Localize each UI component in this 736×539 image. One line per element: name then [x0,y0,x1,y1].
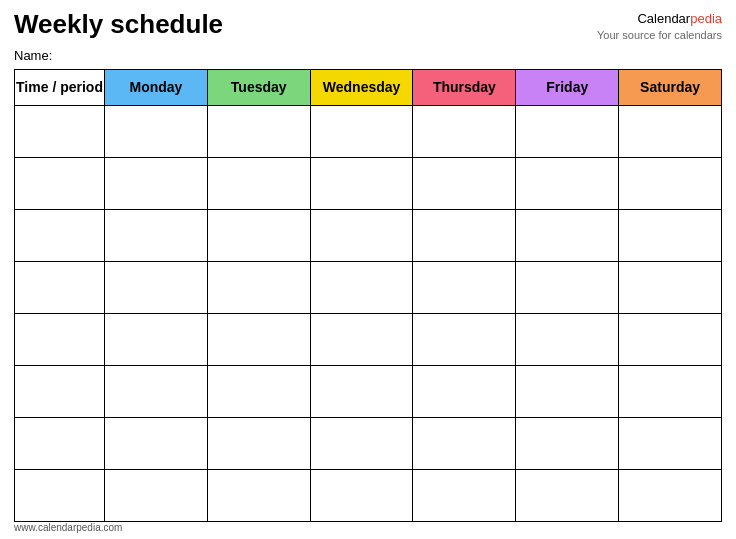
table-row [15,261,722,313]
col-header-saturday: Saturday [619,69,722,105]
brand-calendar: Calendar [637,11,690,26]
schedule-cell[interactable] [516,469,619,521]
schedule-cell[interactable] [207,417,310,469]
brand-block: Calendarpedia Your source for calendars [597,10,722,44]
time-cell[interactable] [15,157,105,209]
time-cell[interactable] [15,261,105,313]
schedule-cell[interactable] [413,105,516,157]
brand-pedia: pedia [690,11,722,26]
schedule-cell[interactable] [516,313,619,365]
schedule-cell[interactable] [310,365,413,417]
schedule-cell[interactable] [413,209,516,261]
schedule-cell[interactable] [207,313,310,365]
schedule-cell[interactable] [310,105,413,157]
schedule-cell[interactable] [310,261,413,313]
schedule-cell[interactable] [619,157,722,209]
brand-tagline: Your source for calendars [597,28,722,43]
name-label: Name: [14,48,52,63]
table-row [15,157,722,209]
header-row: Weekly schedule Calendarpedia Your sourc… [14,10,722,44]
time-cell[interactable] [15,469,105,521]
schedule-cell[interactable] [413,261,516,313]
col-header-time: Time / period [15,69,105,105]
schedule-cell[interactable] [619,261,722,313]
schedule-cell[interactable] [207,469,310,521]
schedule-cell[interactable] [619,313,722,365]
schedule-cell[interactable] [619,209,722,261]
page-title: Weekly schedule [14,10,223,39]
schedule-cell[interactable] [619,417,722,469]
brand-name: Calendarpedia [597,10,722,28]
table-row [15,313,722,365]
col-header-thursday: Thursday [413,69,516,105]
schedule-cell[interactable] [413,417,516,469]
schedule-cell[interactable] [310,313,413,365]
col-header-wednesday: Wednesday [310,69,413,105]
schedule-cell[interactable] [207,209,310,261]
name-row: Name: [14,48,722,63]
time-cell[interactable] [15,105,105,157]
schedule-cell[interactable] [105,365,208,417]
table-row [15,417,722,469]
header-row-table: Time / period Monday Tuesday Wednesday T… [15,69,722,105]
schedule-cell[interactable] [516,417,619,469]
schedule-table: Time / period Monday Tuesday Wednesday T… [14,69,722,522]
col-header-monday: Monday [105,69,208,105]
schedule-cell[interactable] [310,209,413,261]
schedule-cell[interactable] [207,105,310,157]
schedule-cell[interactable] [619,105,722,157]
schedule-cell[interactable] [310,157,413,209]
schedule-cell[interactable] [105,105,208,157]
table-row [15,365,722,417]
schedule-cell[interactable] [619,365,722,417]
schedule-cell[interactable] [105,469,208,521]
schedule-cell[interactable] [413,469,516,521]
footer: www.calendarpedia.com [14,522,122,533]
footer-url: www.calendarpedia.com [14,522,122,533]
schedule-cell[interactable] [516,209,619,261]
schedule-cell[interactable] [207,157,310,209]
schedule-cell[interactable] [105,157,208,209]
schedule-cell[interactable] [619,469,722,521]
schedule-cell[interactable] [310,417,413,469]
schedule-cell[interactable] [516,365,619,417]
time-cell[interactable] [15,313,105,365]
col-header-friday: Friday [516,69,619,105]
schedule-cell[interactable] [310,469,413,521]
col-header-tuesday: Tuesday [207,69,310,105]
time-cell[interactable] [15,417,105,469]
schedule-cell[interactable] [516,105,619,157]
table-row [15,469,722,521]
schedule-cell[interactable] [207,365,310,417]
schedule-cell[interactable] [105,417,208,469]
table-row [15,209,722,261]
schedule-cell[interactable] [105,261,208,313]
schedule-cell[interactable] [413,365,516,417]
schedule-body [15,105,722,521]
schedule-cell[interactable] [516,157,619,209]
time-cell[interactable] [15,365,105,417]
schedule-cell[interactable] [207,261,310,313]
schedule-cell[interactable] [413,313,516,365]
schedule-cell[interactable] [105,313,208,365]
weekly-schedule-page: Weekly schedule Calendarpedia Your sourc… [0,0,736,539]
table-row [15,105,722,157]
schedule-cell[interactable] [516,261,619,313]
schedule-cell[interactable] [105,209,208,261]
schedule-cell[interactable] [413,157,516,209]
time-cell[interactable] [15,209,105,261]
